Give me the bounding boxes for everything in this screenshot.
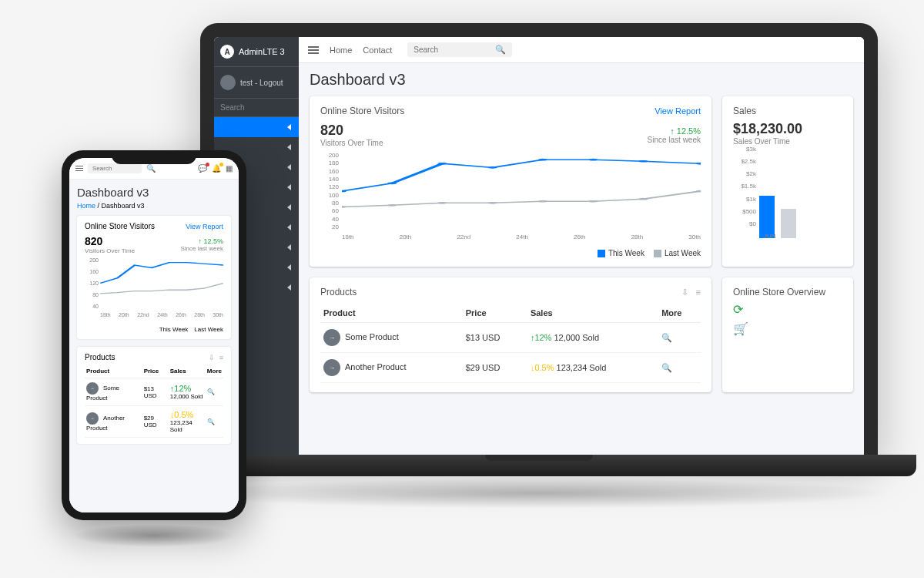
table-row: →Some Product $13 USD ↑12% 12,000 Sold 🔍 xyxy=(320,323,701,353)
visitors-delta: ↑ 12.5% xyxy=(648,126,701,136)
overview-card: Online Store Overview ⟳ 🛒 xyxy=(722,277,853,392)
breadcrumb: Home / Dashboard v3 xyxy=(77,202,231,210)
main: Home Contact 🔍 Dashboard v3 Online Store… xyxy=(299,37,864,455)
bar xyxy=(759,196,775,238)
menu-icon[interactable]: ≡ xyxy=(696,287,701,297)
search-icon[interactable]: 🔍 xyxy=(207,388,215,395)
avatar xyxy=(220,75,236,90)
grid-icon[interactable]: ▦ xyxy=(226,164,233,173)
col-product: Product xyxy=(320,304,463,323)
arrow-up-icon: ↑12% xyxy=(531,333,552,342)
bell-icon[interactable]: 🔔 xyxy=(212,164,221,173)
page-title: Dashboard v3 xyxy=(77,186,231,199)
svg-point-4 xyxy=(538,159,547,161)
chevron-left-icon xyxy=(287,244,291,250)
chat-icon[interactable]: 💬 xyxy=(198,164,207,173)
product-icon: → xyxy=(323,359,340,376)
cart-icon[interactable]: 🛒 xyxy=(733,321,842,336)
chevron-left-icon xyxy=(287,144,291,150)
legend-last-week: Last Week xyxy=(654,249,701,257)
phone-topbar: 🔍 💬 🔔 ▦ xyxy=(69,158,239,180)
products-table: Product Price Sales More →Some Product $… xyxy=(320,304,701,383)
svg-point-5 xyxy=(588,159,598,161)
col-price: Price xyxy=(463,304,527,323)
chevron-left-icon xyxy=(287,164,291,170)
visitors-subtitle: Visitors Over Time xyxy=(320,139,383,147)
svg-point-12 xyxy=(538,200,547,203)
arrow-up-icon: ↑ xyxy=(670,126,675,136)
sidebar-item-active[interactable] xyxy=(214,117,299,137)
menu-toggle-icon[interactable] xyxy=(308,46,319,54)
chevron-left-icon xyxy=(287,184,291,190)
product-icon: → xyxy=(86,382,99,395)
user-panel[interactable]: test - Logout xyxy=(214,67,299,99)
chevron-left-icon xyxy=(287,264,291,271)
search-icon[interactable]: 🔍 xyxy=(495,45,506,55)
refresh-icon[interactable]: ⟳ xyxy=(733,302,842,317)
visitors-delta-note: Since last week xyxy=(180,245,223,252)
svg-point-11 xyxy=(488,202,497,204)
sales-title: Sales xyxy=(733,106,842,116)
sales-amount: $18,230.00 xyxy=(733,121,842,137)
nav-contact[interactable]: Contact xyxy=(363,45,392,55)
products-title: Products xyxy=(320,287,357,297)
chevron-left-icon xyxy=(287,284,291,291)
visitors-value: 820 xyxy=(85,235,135,247)
visitors-title: Online Store Visitors xyxy=(85,222,155,230)
menu-toggle-icon[interactable] xyxy=(75,166,83,172)
products-table: Product Price Sales More →Some Product $… xyxy=(85,365,223,438)
brand-title: AdminLTE 3 xyxy=(239,47,285,56)
view-report-link[interactable]: View Report xyxy=(186,223,223,230)
visitors-delta: ↑ 12.5% xyxy=(180,237,223,245)
page-title: Dashboard v3 xyxy=(310,71,853,89)
visitors-chart: 2001601208040 18th20th22nd24th26th28th30… xyxy=(85,257,223,323)
visitors-title: Online Store Visitors xyxy=(320,106,404,116)
sales-xlabel: JUN xyxy=(764,233,776,240)
search-input[interactable] xyxy=(88,163,142,173)
search-input[interactable] xyxy=(413,45,490,54)
nav-home[interactable]: Home xyxy=(330,45,352,55)
svg-point-6 xyxy=(638,160,648,163)
bar xyxy=(781,209,796,238)
col-sales: Sales xyxy=(527,304,658,323)
svg-point-14 xyxy=(638,198,648,200)
sales-card: Sales $18,230.00 Sales Over Time $3k$2.5… xyxy=(722,96,853,267)
visitors-subtitle: Visitors Over Time xyxy=(85,247,135,254)
download-icon[interactable]: ⇩ xyxy=(681,287,688,297)
download-icon[interactable]: ⇩ xyxy=(209,354,215,361)
search-icon[interactable]: 🔍 xyxy=(207,418,215,425)
brand-logo-icon: A xyxy=(220,45,234,59)
svg-point-10 xyxy=(437,202,447,204)
products-card: Products ⇩ ≡ Product Price Sa xyxy=(310,277,711,392)
table-row: →Another Product $29 USD ↓0.5%123,234 So… xyxy=(85,406,223,438)
legend-this-week: This Week xyxy=(598,249,644,257)
svg-point-9 xyxy=(387,204,397,207)
svg-point-13 xyxy=(588,200,598,203)
col-more: More xyxy=(658,304,701,323)
legend-last-week: Last Week xyxy=(194,326,223,333)
sidebar-search[interactable]: Search xyxy=(214,99,299,117)
products-card: Products ⇩ ≡ Product Price Sales More xyxy=(77,347,231,444)
products-title: Products xyxy=(85,353,115,361)
breadcrumb-home[interactable]: Home xyxy=(77,202,95,210)
chevron-left-icon xyxy=(287,224,291,230)
svg-point-2 xyxy=(437,163,447,165)
svg-point-1 xyxy=(387,182,397,184)
search-icon[interactable]: 🔍 xyxy=(661,363,672,372)
sales-subtitle: Sales Over Time xyxy=(733,137,842,146)
table-row: →Some Product $13 USD ↑12%12,000 Sold 🔍 xyxy=(85,378,223,406)
visitors-card: Online Store Visitors View Report 820 Vi… xyxy=(310,96,711,267)
search-icon[interactable]: 🔍 xyxy=(661,333,672,342)
arrow-down-icon: ↓0.5% xyxy=(531,363,554,372)
visitors-card: Online Store Visitors View Report 820 Vi… xyxy=(77,216,231,339)
search-icon[interactable]: 🔍 xyxy=(146,164,156,173)
menu-icon[interactable]: ≡ xyxy=(219,354,223,361)
col-product: Product xyxy=(85,365,142,378)
col-more: More xyxy=(206,365,223,378)
brand[interactable]: A AdminLTE 3 xyxy=(214,37,299,67)
chevron-left-icon xyxy=(287,204,291,210)
search-box[interactable]: 🔍 xyxy=(407,42,512,57)
col-sales: Sales xyxy=(169,365,206,378)
sales-chart: $3k$2.5k$2k$1.5k$1k$500$0 JUN xyxy=(733,146,842,238)
view-report-link[interactable]: View Report xyxy=(654,106,701,116)
